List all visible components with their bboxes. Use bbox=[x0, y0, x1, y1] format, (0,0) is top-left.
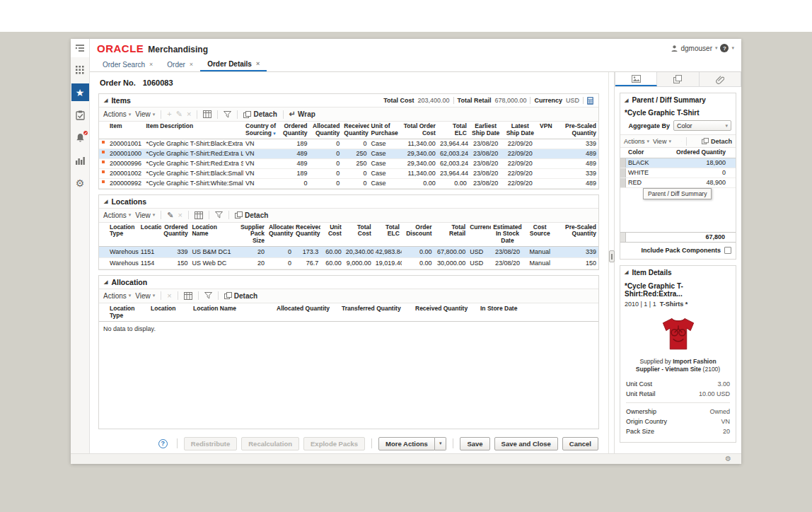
columns-icon[interactable] bbox=[681, 138, 682, 145]
columns-icon[interactable] bbox=[195, 211, 203, 219]
delete-icon[interactable]: × bbox=[178, 211, 182, 219]
actions-menu[interactable]: Actions▾ bbox=[103, 211, 131, 219]
view-menu[interactable]: View▾ bbox=[135, 292, 155, 300]
table-row[interactable]: WHITE0 bbox=[620, 168, 736, 178]
edit-icon[interactable]: ✎ bbox=[167, 211, 173, 219]
tab-copy[interactable] bbox=[657, 72, 699, 86]
include-pack-checkbox[interactable] bbox=[724, 247, 731, 254]
table-row[interactable]: 200001000*Cycle Graphic T-Shirt:Red:Extr… bbox=[99, 149, 598, 159]
detach-button[interactable]: Detach bbox=[235, 211, 268, 219]
column-header[interactable]: In Store Date bbox=[478, 303, 523, 322]
tab-close-icon[interactable]: × bbox=[190, 61, 193, 68]
column-header[interactable]: Color bbox=[626, 148, 667, 158]
explode-packs-button[interactable]: Explode Packs bbox=[303, 437, 365, 450]
document-tab[interactable]: Order × bbox=[160, 57, 200, 71]
add-icon[interactable]: + bbox=[167, 110, 171, 118]
collapse-triangle-icon[interactable]: ◢ bbox=[625, 98, 628, 103]
filter-icon[interactable] bbox=[204, 292, 212, 299]
calculator-icon[interactable] bbox=[587, 97, 593, 105]
column-header[interactable]: Currency bbox=[468, 223, 491, 246]
more-actions-button[interactable]: More Actions bbox=[378, 437, 435, 450]
sidebar-item-notifications[interactable] bbox=[71, 129, 89, 146]
actions-menu[interactable]: Actions▾ bbox=[624, 138, 649, 145]
column-header[interactable]: Total ELC bbox=[373, 223, 402, 246]
collapse-triangle-icon[interactable]: ◢ bbox=[104, 199, 108, 204]
column-header[interactable]: Supplier Pack Size bbox=[237, 223, 267, 246]
column-header[interactable]: Total Cost bbox=[344, 223, 373, 246]
columns-icon[interactable] bbox=[184, 292, 192, 300]
table-row[interactable]: Warehouse1154150US Web DC20076.760.009,0… bbox=[99, 258, 598, 269]
detach-button[interactable]: Detach bbox=[243, 110, 277, 118]
sidebar-item-tasks[interactable] bbox=[71, 106, 89, 124]
save-button[interactable]: Save bbox=[460, 437, 489, 450]
column-header[interactable]: Earliest Ship Date bbox=[469, 122, 503, 139]
cancel-button[interactable]: Cancel bbox=[562, 437, 598, 450]
column-header[interactable]: Cost Source bbox=[524, 223, 555, 246]
aggregate-by-select[interactable]: Color ▾ bbox=[673, 120, 731, 131]
footer-settings-icon[interactable]: ⚙ bbox=[725, 455, 731, 462]
column-header[interactable]: Received Quantity bbox=[342, 122, 369, 139]
column-header[interactable]: VPN bbox=[538, 122, 557, 139]
collapse-triangle-icon[interactable]: ◢ bbox=[104, 279, 108, 285]
table-row[interactable]: 200001001*Cycle Graphic T-Shirt:Black:Ex… bbox=[99, 139, 598, 149]
column-header[interactable]: Allocated Quantity bbox=[274, 303, 340, 322]
tab-attachments[interactable] bbox=[700, 72, 741, 86]
filter-icon[interactable] bbox=[224, 111, 231, 118]
delete-icon[interactable]: × bbox=[187, 110, 191, 118]
collapse-triangle-icon[interactable]: ◢ bbox=[104, 98, 108, 103]
delete-icon[interactable]: × bbox=[167, 292, 171, 300]
column-header[interactable]: Order Discount bbox=[402, 223, 434, 246]
column-header[interactable]: Location bbox=[139, 223, 162, 246]
column-header[interactable]: Unit Cost bbox=[320, 223, 344, 246]
column-header[interactable]: Transferred Quantity bbox=[340, 303, 413, 322]
sidebar-item-favorites[interactable]: ★ bbox=[71, 83, 89, 101]
recalculation-button[interactable]: Recalculation bbox=[241, 437, 299, 450]
splitter-handle-icon[interactable] bbox=[609, 250, 615, 262]
column-header[interactable]: Unit of Purchase bbox=[369, 122, 399, 139]
collapse-triangle-icon[interactable]: ◢ bbox=[625, 269, 628, 275]
column-header[interactable]: Allocated Quantity bbox=[267, 223, 294, 246]
column-header[interactable]: Location Type bbox=[108, 223, 139, 246]
user-menu[interactable]: dgmouser ▾ ? ▾ bbox=[671, 44, 735, 52]
column-header[interactable]: Country of Sourcing bbox=[243, 122, 279, 139]
column-header[interactable]: Received Quantity bbox=[294, 223, 320, 246]
document-tab[interactable]: Order Search × bbox=[95, 57, 160, 71]
detach-button[interactable]: Detach bbox=[224, 292, 257, 300]
tab-close-icon[interactable]: × bbox=[149, 61, 153, 68]
tasks-toggle-button[interactable] bbox=[71, 39, 90, 57]
more-actions-caret[interactable]: ▾ bbox=[435, 437, 447, 450]
panel-splitter[interactable] bbox=[608, 72, 614, 453]
help-menu-icon[interactable]: ? bbox=[720, 44, 729, 52]
table-row[interactable]: Warehouse1151339US B&M DC1200173.360.002… bbox=[99, 247, 598, 258]
column-header[interactable]: Pre-Scaled Quantity bbox=[557, 122, 598, 139]
view-menu[interactable]: View▾ bbox=[135, 110, 155, 118]
column-header[interactable]: Location bbox=[149, 303, 191, 322]
column-header[interactable]: Item bbox=[108, 122, 144, 139]
help-icon[interactable]: ? bbox=[158, 439, 168, 448]
column-header[interactable]: Total Order Cost bbox=[399, 122, 438, 139]
columns-icon[interactable] bbox=[203, 110, 211, 118]
actions-menu[interactable]: Actions▾ bbox=[103, 292, 131, 300]
column-header[interactable]: Location Name bbox=[191, 303, 274, 322]
actions-menu[interactable]: Actions▾ bbox=[103, 110, 131, 118]
column-header[interactable]: Ordered Quantity bbox=[667, 148, 728, 158]
column-header[interactable]: Location Name bbox=[190, 223, 237, 246]
column-header[interactable]: Item Description bbox=[144, 122, 243, 139]
column-header[interactable]: Latest Ship Date bbox=[502, 122, 538, 139]
column-header[interactable]: Estimated In Stock Date bbox=[491, 223, 525, 246]
table-row[interactable]: BLACK18,900 bbox=[620, 158, 736, 168]
sidebar-item-reports[interactable] bbox=[71, 151, 89, 169]
table-row[interactable]: 200000996*Cycle Graphic T-Shirt:Red:Extr… bbox=[99, 159, 598, 169]
column-header[interactable]: Ordered Quantity bbox=[279, 122, 310, 139]
edit-icon[interactable]: ✎ bbox=[176, 110, 182, 118]
tab-summary[interactable] bbox=[615, 72, 657, 86]
sidebar-item-apps-grid[interactable] bbox=[71, 61, 89, 78]
table-row[interactable]: RED48,900 bbox=[620, 178, 736, 188]
sidebar-item-settings[interactable]: ⚙ bbox=[71, 174, 89, 192]
column-header[interactable]: Total Retail bbox=[434, 223, 468, 246]
column-header[interactable]: Total ELC bbox=[438, 122, 469, 139]
column-header[interactable]: Ordered Quantity bbox=[161, 223, 190, 246]
table-row[interactable]: 200000992*Cycle Graphic T-Shirt:White:Sm… bbox=[99, 179, 598, 189]
detach-button[interactable]: Detach bbox=[702, 138, 732, 145]
document-tab[interactable]: Order Details × bbox=[200, 57, 267, 71]
